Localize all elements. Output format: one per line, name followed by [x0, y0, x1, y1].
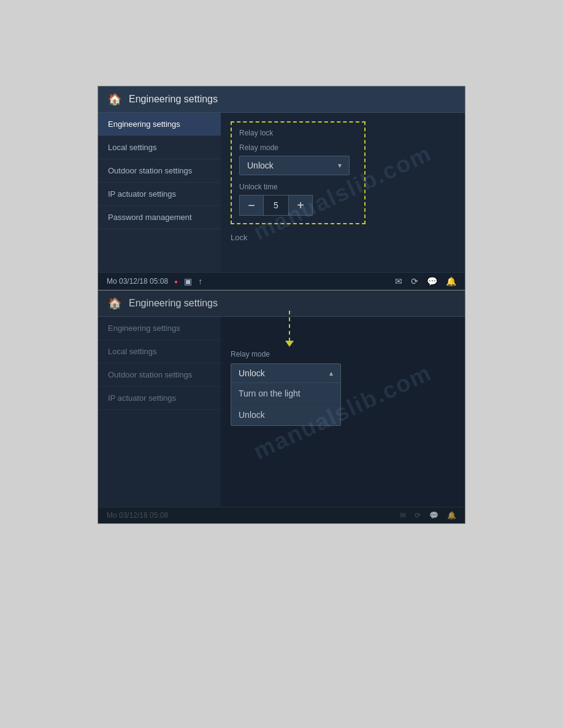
sidebar-item-ip-actuator-settings[interactable]: IP actuator settings	[98, 183, 221, 206]
dashed-arrow	[285, 311, 294, 347]
main-body-bottom: Engineering settings Local settings Outd…	[98, 317, 465, 507]
dropdown-option-turn-on-light[interactable]: Turn on the light	[231, 383, 340, 404]
relay-mode-label-bottom: Relay mode	[231, 350, 455, 358]
page-title-bottom: Engineering settings	[129, 298, 218, 309]
sidebar: Engineering settings Local settings Outd…	[98, 113, 221, 272]
relay-mode-label: Relay mode	[239, 143, 357, 152]
content-bottom: Relay mode Unlock ▴ Turn on the light Un…	[221, 317, 465, 507]
upload-icon: ↑	[198, 276, 202, 286]
sidebar-item-outdoor-station-settings[interactable]: Outdoor station settings	[98, 159, 221, 183]
arrow-head	[285, 341, 294, 347]
chevron-up-icon: ▴	[329, 369, 333, 377]
bell-icon[interactable]: 🔔	[446, 276, 456, 286]
sidebar-item-local-settings[interactable]: Local settings	[98, 136, 221, 159]
dashed-line	[289, 311, 290, 341]
mail-icon-bottom: ✉	[400, 511, 406, 520]
stepper-minus-button[interactable]: −	[239, 195, 264, 216]
status-bar: Mo 03/12/18 05:08 ● ▣ ↑ ✉ ⟳ 💬 🔔	[98, 272, 465, 290]
content-area: Relay lock Relay mode Unlock ▾ Unlock ti…	[221, 113, 465, 272]
dropdown-selected[interactable]: Unlock ▴	[231, 364, 340, 383]
stepper-value: 5	[264, 195, 288, 216]
chat-icon[interactable]: 💬	[427, 276, 437, 286]
sidebar-item-b-ip: IP actuator settings	[98, 387, 221, 410]
relay-lock-box: Relay lock Relay mode Unlock ▾ Unlock ti…	[231, 121, 366, 224]
bell-icon-bottom: 🔔	[447, 511, 456, 520]
relay-lock-label: Relay lock	[239, 129, 357, 137]
stepper: − 5 +	[239, 195, 357, 216]
sidebar-item-password-management[interactable]: Password management	[98, 206, 221, 229]
sidebar-item-engineering-settings[interactable]: Engineering settings	[98, 113, 221, 136]
sidebar-item-b-local: Local settings	[98, 340, 221, 363]
datetime-label: Mo 03/12/18 05:08	[107, 277, 168, 286]
camera-icon: ▣	[184, 276, 192, 286]
dropdown-selected-value: Unlock	[239, 368, 265, 378]
sidebar-item-b-outdoor: Outdoor station settings	[98, 363, 221, 387]
chat-icon-bottom: 💬	[429, 511, 439, 520]
header: 🏠 Engineering settings	[98, 86, 465, 113]
status-left: Mo 03/12/18 05:08 ● ▣ ↑	[107, 276, 202, 286]
top-panel: 🏠 Engineering settings Engineering setti…	[98, 86, 465, 290]
back-icon[interactable]: 🏠	[108, 93, 121, 106]
relay-mode-select[interactable]: Unlock ▾	[239, 156, 350, 175]
back-icon-bottom: 🏠	[108, 297, 121, 310]
sidebar-bottom: Engineering settings Local settings Outd…	[98, 317, 221, 507]
refresh-icon-bottom: ⟳	[415, 511, 421, 520]
chevron-down-icon: ▾	[338, 161, 342, 170]
status-icons: ✉ ⟳ 💬 🔔	[395, 276, 456, 286]
mail-icon[interactable]: ✉	[395, 276, 402, 286]
main-body: Engineering settings Local settings Outd…	[98, 113, 465, 272]
lock-label: Lock	[231, 233, 455, 242]
sidebar-item-b-engineering: Engineering settings	[98, 317, 221, 340]
header-bottom: 🏠 Engineering settings	[98, 290, 465, 317]
bottom-panel: 🏠 Engineering settings Engineering setti…	[98, 290, 465, 524]
datetime-bottom: Mo 03/12/18 05:08	[107, 511, 168, 520]
relay-mode-value: Unlock	[247, 161, 274, 170]
page-title: Engineering settings	[129, 94, 218, 105]
dropdown-option-unlock[interactable]: Unlock	[231, 404, 340, 425]
rec-icon: ●	[174, 278, 178, 285]
status-bar-bottom: Mo 03/12/18 05:08 ✉ ⟳ 💬 🔔	[98, 507, 465, 523]
stepper-plus-button[interactable]: +	[288, 195, 313, 216]
refresh-icon[interactable]: ⟳	[411, 276, 418, 286]
relay-mode-dropdown-open: Unlock ▴ Turn on the light Unlock	[231, 363, 341, 426]
unlock-time-label: Unlock time	[239, 183, 357, 191]
